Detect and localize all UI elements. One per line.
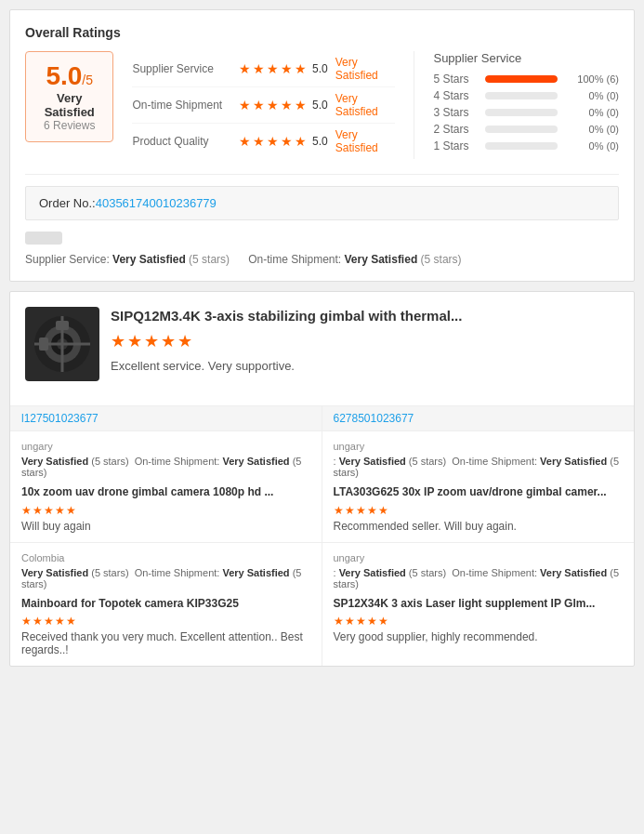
featured-product-info: SIPQ12M3.4K 3-axis stabilizing gimbal wi… bbox=[111, 307, 462, 373]
shipment-label: On-time Shipment bbox=[132, 99, 239, 112]
bar-label-3: 3 Stars bbox=[433, 106, 480, 119]
bar-track-5 bbox=[485, 75, 558, 83]
featured-review: SIPQ12M3.4K 3-axis stabilizing gimbal wi… bbox=[10, 292, 634, 406]
review-row-1: ungary Very Satisfied (5 stars) On-time … bbox=[10, 431, 634, 543]
bar-pct-1: 0% (0) bbox=[563, 140, 619, 152]
supplier-stars: ★★★★★ bbox=[239, 61, 307, 76]
product-image-svg bbox=[30, 311, 95, 377]
overall-ratings-card: Overall Ratings 5.0/5 Very Satisfied 6 R… bbox=[9, 9, 635, 282]
review-headers: l127501023677 6278501023677 bbox=[10, 406, 634, 431]
review-cell-1: ungary Very Satisfied (5 stars) On-time … bbox=[10, 431, 322, 542]
overall-ratings-title: Overall Ratings bbox=[25, 25, 619, 40]
shipment-meta-value: Very Satisfied bbox=[345, 253, 418, 266]
rating-details-right: Supplier Service 5 Stars 100% (6) 4 Star… bbox=[433, 51, 619, 156]
shipment-meta-label: On-time Shipment: bbox=[248, 253, 344, 266]
country-1: ungary bbox=[21, 441, 310, 452]
big-score-box: 5.0/5 Very Satisfied 6 Reviews bbox=[25, 51, 113, 142]
bar-row-4: 4 Stars 0% (0) bbox=[433, 89, 619, 102]
meta-4: : Very Satisfied (5 stars) On-time Shipm… bbox=[334, 567, 624, 589]
supplier-service-value: Very Satisfied bbox=[112, 253, 186, 266]
big-score-label: Very Satisfied bbox=[39, 91, 99, 119]
bar-row-1: 1 Stars 0% (0) bbox=[433, 139, 619, 152]
bar-track-3 bbox=[485, 109, 558, 116]
svg-rect-6 bbox=[56, 321, 69, 330]
stars-cell-2: ★★★★★ bbox=[334, 504, 624, 517]
bar-pct-5: 100% (6) bbox=[563, 73, 619, 85]
product-title-1: 10x zoom uav drone gimbal camera 1080p h… bbox=[21, 485, 310, 533]
featured-comment: Excellent service. Very supportive. bbox=[111, 359, 462, 373]
bar-pct-3: 0% (0) bbox=[563, 107, 619, 118]
order-header-1[interactable]: l127501023677 bbox=[10, 406, 322, 431]
stars-cell-4: ★★★★★ bbox=[334, 615, 624, 628]
bar-track-1 bbox=[485, 142, 558, 150]
comment-1: Will buy again bbox=[21, 520, 310, 533]
meta-2: : Very Satisfied (5 stars) On-time Shipm… bbox=[334, 456, 624, 478]
bar-label-2: 2 Stars bbox=[433, 123, 480, 136]
bar-fill-5 bbox=[485, 75, 558, 83]
review-cell-3: Colombia Very Satisfied (5 stars) On-tim… bbox=[10, 543, 322, 667]
avatar-row bbox=[25, 232, 619, 247]
order-header-2[interactable]: 6278501023677 bbox=[322, 406, 635, 431]
review-row-2: Colombia Very Satisfied (5 stars) On-tim… bbox=[10, 543, 634, 667]
top-rating-row: 5.0/5 Very Satisfied 6 Reviews Supplier … bbox=[25, 51, 619, 159]
review-meta: Supplier Service: Very Satisfied (5 star… bbox=[25, 253, 619, 266]
product-image bbox=[25, 307, 99, 381]
big-score-reviews: 6 Reviews bbox=[39, 119, 99, 132]
country-2: ungary bbox=[334, 441, 624, 452]
product-info-4: SP12X34K 3 axis Laser light supplement I… bbox=[334, 597, 624, 644]
country-3: Colombia bbox=[21, 552, 310, 563]
comment-2: Recommended seller. Will buy again. bbox=[334, 520, 624, 533]
stars-cell-3: ★★★★★ bbox=[21, 615, 310, 628]
comment-4: Very good supplier, highly recommended. bbox=[334, 630, 624, 643]
stars-cell-1: ★★★★★ bbox=[21, 504, 310, 517]
bar-track-4 bbox=[485, 92, 558, 99]
rating-row-shipment: On-time Shipment ★★★★★ 5.0 Very Satisfie… bbox=[132, 87, 395, 124]
featured-stars: ★ ★ ★ ★ ★ bbox=[111, 331, 462, 351]
featured-product-row: SIPQ12M3.4K 3-axis stabilizing gimbal wi… bbox=[25, 307, 619, 381]
shipment-meta-stars: (5 stars) bbox=[421, 253, 462, 266]
bar-pct-4: 0% (0) bbox=[563, 90, 619, 101]
svg-rect-7 bbox=[39, 338, 48, 351]
big-score-number: 5.0/5 bbox=[39, 61, 99, 91]
quality-stars: ★★★★★ bbox=[239, 134, 307, 149]
featured-product-title: SIPQ12M3.4K 3-axis stabilizing gimbal wi… bbox=[111, 307, 462, 325]
supplier-service-stars: (5 stars) bbox=[189, 253, 230, 266]
bar-row-3: 3 Stars 0% (0) bbox=[433, 106, 619, 119]
review-cell-4: ungary : Very Satisfied (5 stars) On-tim… bbox=[322, 543, 635, 667]
product-info-2: LTA303G625 30x IP zoom uav/drone gimbal … bbox=[334, 485, 624, 533]
bar-pct-2: 0% (0) bbox=[563, 124, 619, 135]
bar-label-4: 4 Stars bbox=[433, 89, 480, 102]
supplier-label: Supplier Service bbox=[132, 62, 239, 75]
shipment-stars: ★★★★★ bbox=[239, 98, 307, 113]
bar-row-5: 5 Stars 100% (6) bbox=[433, 73, 619, 86]
order-id[interactable]: 403561740010236779 bbox=[96, 196, 217, 210]
rating-details-left: Supplier Service ★★★★★ 5.0 Very Satisfie… bbox=[132, 51, 414, 159]
review-meta-shipment: On-time Shipment: Very Satisfied (5 star… bbox=[248, 253, 461, 266]
review-cell-2: ungary : Very Satisfied (5 stars) On-tim… bbox=[322, 431, 635, 542]
comment-3: Received thank you very much. Excellent … bbox=[21, 630, 310, 656]
quality-label: Product Quality bbox=[132, 135, 239, 148]
chart-title: Supplier Service bbox=[433, 51, 619, 65]
bar-label-1: 1 Stars bbox=[433, 139, 480, 152]
bar-row-2: 2 Stars 0% (0) bbox=[433, 123, 619, 136]
product-info-3: Mainboard for Topotek camera KIP33G25 ★★… bbox=[21, 597, 310, 657]
divider-1 bbox=[25, 174, 619, 175]
reviews-card: SIPQ12M3.4K 3-axis stabilizing gimbal wi… bbox=[9, 291, 635, 667]
order-prefix: Order No.: bbox=[39, 196, 96, 210]
review-meta-supplier: Supplier Service: Very Satisfied (5 star… bbox=[25, 253, 230, 266]
meta-3: Very Satisfied (5 stars) On-time Shipmen… bbox=[21, 567, 310, 589]
rating-row-quality: Product Quality ★★★★★ 5.0 Very Satisfied bbox=[132, 124, 395, 159]
meta-1: Very Satisfied (5 stars) On-time Shipmen… bbox=[21, 456, 310, 478]
supplier-service-label: Supplier Service: bbox=[25, 253, 112, 266]
country-4: ungary bbox=[334, 552, 624, 563]
bar-track-2 bbox=[485, 126, 558, 133]
avatar bbox=[25, 232, 62, 245]
rating-row-supplier: Supplier Service ★★★★★ 5.0 Very Satisfie… bbox=[132, 51, 395, 87]
bar-label-5: 5 Stars bbox=[433, 73, 480, 86]
order-box: Order No.:403561740010236779 bbox=[25, 186, 619, 220]
